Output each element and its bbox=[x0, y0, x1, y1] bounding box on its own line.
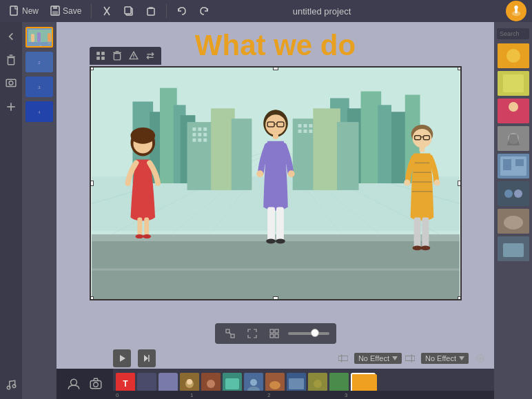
search-area bbox=[494, 25, 532, 41]
slide-thumb-3[interactable]: 3 bbox=[25, 76, 53, 97]
effect-icon-2 bbox=[405, 354, 418, 363]
svg-point-100 bbox=[256, 170, 263, 177]
svg-rect-169 bbox=[507, 112, 520, 122]
play-next-button[interactable] bbox=[138, 349, 156, 367]
svg-rect-80 bbox=[309, 124, 312, 127]
svg-rect-135 bbox=[405, 356, 415, 361]
slide-thumb-2[interactable]: 2 bbox=[25, 52, 53, 72]
asset-thumb-1[interactable] bbox=[498, 43, 529, 68]
svg-marker-130 bbox=[144, 355, 148, 362]
delete-canvas-btn[interactable] bbox=[110, 49, 124, 63]
grid-view-button[interactable] bbox=[266, 325, 283, 342]
svg-rect-70 bbox=[198, 127, 201, 131]
fullscreen-button[interactable] bbox=[244, 325, 260, 342]
add-icon-btn[interactable] bbox=[2, 98, 20, 116]
play-button[interactable] bbox=[113, 349, 131, 367]
media-icon-btn[interactable] bbox=[2, 74, 20, 92]
timeline-camera-btn[interactable] bbox=[86, 374, 105, 393]
collapse-button[interactable] bbox=[2, 28, 20, 45]
cut-button[interactable] bbox=[98, 4, 116, 18]
svg-rect-99 bbox=[273, 134, 278, 139]
svg-rect-91 bbox=[144, 217, 149, 236]
svg-rect-36 bbox=[114, 54, 120, 60]
svg-text:T: T bbox=[123, 379, 128, 389]
svg-rect-79 bbox=[303, 124, 307, 127]
undo-button[interactable] bbox=[173, 4, 191, 18]
svg-rect-119 bbox=[422, 217, 429, 247]
svg-rect-64 bbox=[211, 108, 235, 190]
zoom-thumb[interactable] bbox=[311, 329, 319, 337]
canvas-area: What we do bbox=[57, 22, 494, 399]
slide-thumb-1[interactable]: 1 1 bbox=[25, 27, 53, 48]
svg-rect-63 bbox=[187, 122, 214, 190]
asset-thumb-5[interactable] bbox=[498, 154, 529, 178]
svg-rect-65 bbox=[231, 119, 252, 190]
effect-dropdown-2[interactable]: No Effect bbox=[421, 353, 469, 364]
playback-bar: No Effect No Effect bbox=[113, 348, 489, 369]
svg-rect-5 bbox=[125, 7, 131, 14]
asset-thumb-3[interactable] bbox=[498, 99, 529, 123]
svg-rect-73 bbox=[198, 133, 201, 136]
asset-thumb-4[interactable] bbox=[498, 126, 529, 151]
svg-point-120 bbox=[412, 245, 422, 250]
svg-point-168 bbox=[509, 102, 518, 112]
new-button[interactable]: New bbox=[6, 4, 42, 18]
svg-rect-6 bbox=[147, 8, 154, 15]
save-button[interactable]: Save bbox=[46, 4, 85, 18]
svg-point-164 bbox=[507, 49, 520, 63]
city-scene bbox=[91, 68, 460, 299]
svg-rect-81 bbox=[298, 130, 301, 133]
project-title: untitled project bbox=[293, 6, 351, 17]
svg-marker-134 bbox=[392, 356, 398, 360]
paste-button[interactable] bbox=[142, 4, 160, 18]
svg-rect-132 bbox=[338, 356, 348, 361]
svg-rect-69 bbox=[192, 127, 196, 131]
svg-rect-82 bbox=[303, 130, 307, 133]
effect-settings-button[interactable] bbox=[472, 350, 489, 367]
svg-rect-83 bbox=[309, 130, 312, 133]
delete-icon-btn[interactable] bbox=[2, 51, 20, 69]
swap-icon-btn[interactable] bbox=[143, 49, 157, 63]
zoom-slider[interactable] bbox=[288, 332, 329, 335]
svg-point-160 bbox=[314, 380, 322, 388]
svg-rect-60 bbox=[378, 105, 391, 183]
svg-rect-175 bbox=[515, 159, 524, 166]
toolbar-sep-2 bbox=[166, 4, 167, 18]
svg-point-41 bbox=[133, 57, 134, 58]
asset-thumb-7[interactable] bbox=[498, 209, 529, 234]
svg-point-156 bbox=[269, 381, 280, 389]
svg-rect-72 bbox=[192, 133, 196, 136]
music-icon-btn[interactable] bbox=[2, 376, 20, 393]
ruler-mark-3: 3 bbox=[345, 392, 347, 398]
canvas-wrapper bbox=[90, 66, 462, 300]
svg-point-107 bbox=[412, 129, 431, 148]
grid-icon-btn[interactable] bbox=[94, 49, 108, 63]
asset-thumb-6[interactable] bbox=[498, 181, 529, 206]
svg-point-105 bbox=[276, 239, 285, 244]
svg-rect-7 bbox=[149, 7, 153, 9]
main-area: 1 1 2 3 4 What we do bbox=[0, 22, 532, 399]
svg-rect-2 bbox=[53, 6, 57, 9]
slide-thumb-4[interactable]: 4 bbox=[25, 101, 53, 122]
asset-thumb-2[interactable] bbox=[498, 71, 529, 96]
copy-button[interactable] bbox=[120, 4, 138, 18]
svg-rect-127 bbox=[270, 334, 274, 338]
svg-point-177 bbox=[504, 190, 513, 198]
search-input[interactable] bbox=[497, 28, 529, 39]
effect-dropdown-1[interactable]: No Effect bbox=[354, 353, 402, 364]
svg-rect-11 bbox=[8, 58, 14, 65]
svg-rect-125 bbox=[270, 329, 274, 333]
svg-rect-34 bbox=[96, 57, 100, 60]
fit-view-button[interactable] bbox=[222, 325, 238, 342]
ruler-mark-1: 1 bbox=[190, 392, 193, 398]
svg-rect-14 bbox=[6, 79, 16, 86]
timeline-avatar-btn[interactable] bbox=[64, 374, 83, 393]
svg-point-154 bbox=[250, 379, 257, 386]
warning-icon-btn[interactable] bbox=[127, 49, 141, 63]
svg-rect-174 bbox=[503, 159, 511, 170]
svg-rect-67 bbox=[313, 108, 340, 190]
redo-button[interactable] bbox=[195, 4, 213, 18]
asset-thumb-8[interactable] bbox=[498, 236, 529, 261]
ruler-mark-0: 0 bbox=[116, 392, 119, 398]
svg-point-148 bbox=[187, 379, 192, 385]
